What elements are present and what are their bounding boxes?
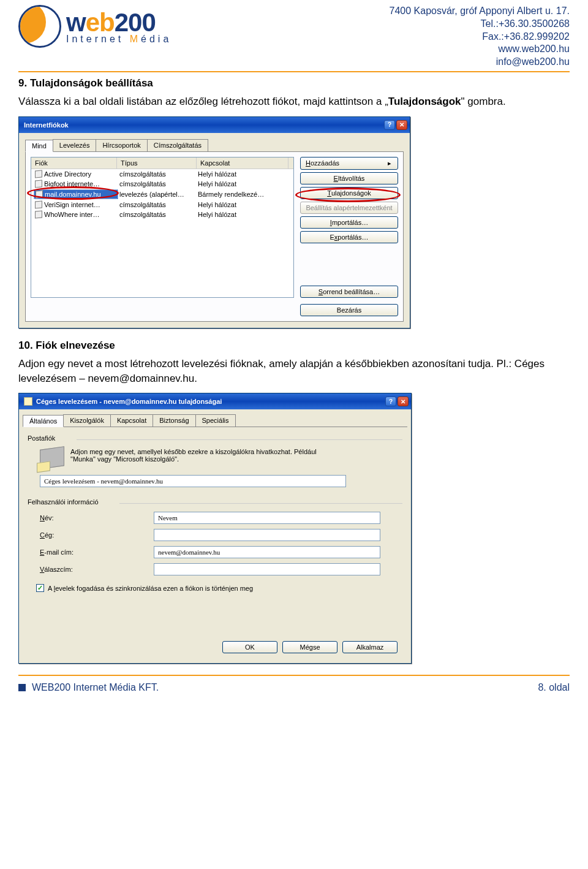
- apply-button[interactable]: Alkalmaz: [342, 641, 398, 653]
- ok-button[interactable]: OK: [222, 641, 277, 653]
- checkbox-icon[interactable]: ✓: [36, 584, 44, 592]
- default-button: Beállítás alapértelmezettként: [300, 202, 398, 214]
- export-button[interactable]: Exportálás…: [300, 231, 398, 243]
- list-row[interactable]: VeriSign internet… címszolgáltatás Helyi…: [31, 200, 293, 210]
- set-order-button[interactable]: Sorrend beállítása…: [300, 286, 398, 298]
- help-button[interactable]: ?: [385, 397, 396, 406]
- name-input[interactable]: [154, 512, 380, 524]
- col-account[interactable]: Fiók: [31, 157, 117, 169]
- dialog2-titlebar[interactable]: Céges levelezésem - nevem@domainnev.hu t…: [19, 393, 411, 409]
- directory-icon: [35, 170, 42, 178]
- cancel-button[interactable]: Mégse: [282, 641, 337, 653]
- page-header: web200 Internet Média 7400 Kaposvár, gró…: [0, 0, 588, 71]
- properties-button[interactable]: Tulajdonságok: [300, 187, 398, 199]
- reply-input[interactable]: [154, 563, 380, 575]
- tab-mail[interactable]: Levelezés: [53, 139, 97, 151]
- add-button[interactable]: Hozzáadás▸: [300, 157, 398, 170]
- dialog1-title: Internetfiókok: [24, 121, 69, 129]
- label-reply: Válaszcím:: [40, 566, 150, 573]
- row3-c1: VeriSign internet…: [44, 201, 100, 208]
- dialog-internet-accounts: Internetfiókok ? ✕ Mind Levelezés Hírcso…: [18, 116, 410, 328]
- tab-directory[interactable]: Címszolgáltatás: [147, 139, 208, 151]
- label-name: Név:: [40, 514, 150, 522]
- dialog2-title: Céges levelezésem - nevem@domainnev.hu t…: [36, 398, 222, 405]
- mailbox-hint: Adjon meg egy nevet, amellyel később eze…: [70, 448, 328, 463]
- logo-block: web200 Internet Média: [18, 5, 172, 48]
- tab-connection[interactable]: Kapcsolat: [110, 414, 153, 427]
- section9-text-pre: Válassza ki a bal oldali listában az elő…: [18, 96, 388, 107]
- row4-c2: címszolgáltatás: [118, 210, 197, 219]
- col-type[interactable]: Típus: [117, 157, 197, 169]
- section10-heading: 10. Fiók elnevezése: [18, 340, 570, 352]
- contact-email: info@web200.hu: [390, 56, 570, 69]
- row1-c3: Helyi hálózat: [197, 180, 291, 188]
- help-button[interactable]: ?: [384, 120, 395, 130]
- footer-page-number: 8. oldal: [538, 682, 570, 693]
- dialog-account-properties: Céges levelezésem - nevem@domainnev.hu t…: [18, 393, 412, 664]
- tab-security[interactable]: Biztonság: [153, 414, 195, 427]
- row2-c1: mail.domainnev.hu: [45, 191, 101, 198]
- receive-sync-checkbox-row[interactable]: ✓ A levelek fogadása és szinkronizálása …: [36, 584, 402, 592]
- footer-company: WEB200 Internet Média KFT.: [32, 682, 159, 693]
- list-row[interactable]: WhoWhere inter… címszolgáltatás Helyi há…: [31, 210, 293, 219]
- mail-account-icon: [24, 397, 32, 406]
- section10-text: Adjon egy nevet a most létrehozott level…: [18, 357, 570, 386]
- checkbox-label: A levelek fogadása és szinkronizálása ez…: [48, 585, 253, 592]
- group-mailbox: Postafiók: [28, 435, 402, 442]
- remove-button[interactable]: Eltávolítás: [300, 172, 398, 184]
- footer-bullet-icon: [18, 684, 26, 691]
- row2-c3: Bármely rendelkezé…: [197, 190, 291, 199]
- group-userinfo-label: Felhasználói információ: [28, 498, 99, 506]
- list-row-selected[interactable]: mail.domainnev.hu levelezés (alapértel… …: [31, 189, 293, 200]
- envelope-icon: [40, 447, 64, 470]
- tab-all[interactable]: Mind: [25, 140, 53, 152]
- page-footer: WEB200 Internet Média KFT. 8. oldal: [18, 675, 570, 705]
- directory-icon: [35, 180, 42, 188]
- accounts-list[interactable]: Fiók Típus Kapcsolat Active Directory cí…: [31, 157, 294, 298]
- contact-info: 7400 Kaposvár, gróf Apponyi Albert u. 17…: [390, 5, 570, 69]
- directory-icon: [35, 200, 42, 208]
- arrow-right-icon: ▸: [388, 159, 391, 167]
- contact-fax: Fax.:+36.82.999202: [390, 31, 570, 44]
- dialog1-titlebar[interactable]: Internetfiókok ? ✕: [19, 117, 410, 133]
- row1-c2: címszolgáltatás: [118, 180, 197, 188]
- account-name-input[interactable]: [40, 475, 346, 487]
- dialog2-tabs: Általános Kiszolgálók Kapcsolat Biztonsá…: [23, 414, 407, 427]
- import-button[interactable]: Importálás…: [300, 216, 398, 229]
- logo-subtitle: Internet Média: [66, 34, 172, 45]
- row0-c1: Active Directory: [44, 170, 91, 178]
- email-input[interactable]: [154, 546, 380, 558]
- section9-text-post: " gombra.: [461, 96, 506, 107]
- list-row[interactable]: Bigfoot internete… címszolgáltatás Helyi…: [31, 179, 293, 189]
- close-dialog-button[interactable]: Bezárás: [300, 304, 398, 316]
- group-userinfo: Felhasználói információ: [28, 498, 402, 506]
- label-company: Cég:: [40, 531, 150, 539]
- row4-c1: WhoWhere inter…: [44, 211, 99, 218]
- row2-c2: levelezés (alapértel…: [118, 190, 197, 199]
- row3-c3: Helyi hálózat: [197, 200, 291, 209]
- directory-icon: [35, 210, 42, 218]
- company-input[interactable]: [154, 529, 380, 541]
- close-button[interactable]: ✕: [398, 397, 409, 406]
- dialog1-tabs: Mind Levelezés Hírcsoportok Címszolgálta…: [25, 139, 404, 152]
- tab-general[interactable]: Általános: [23, 415, 64, 427]
- row0-c2: címszolgáltatás: [118, 170, 197, 178]
- section9-text: Válassza ki a bal oldali listában az elő…: [18, 94, 570, 109]
- close-button[interactable]: ✕: [396, 120, 407, 130]
- row1-c1: Bigfoot internete…: [44, 180, 100, 188]
- row3-c2: címszolgáltatás: [118, 200, 197, 209]
- row4-c3: Helyi hálózat: [197, 210, 291, 219]
- contact-tel: Tel.:+36.30.3500268: [390, 18, 570, 31]
- contact-address: 7400 Kaposvár, gróf Apponyi Albert u. 17…: [390, 5, 570, 18]
- header-rule: [18, 71, 570, 72]
- tab-servers[interactable]: Kiszolgálók: [63, 414, 111, 427]
- col-connection[interactable]: Kapcsolat: [197, 157, 288, 169]
- label-email: E-mail cím:: [40, 548, 150, 556]
- tab-news[interactable]: Hírcsoportok: [96, 139, 147, 151]
- logo-text: web200: [66, 8, 172, 37]
- mail-icon: [36, 190, 43, 198]
- section9-heading: 9. Tulajdonságok beállítása: [18, 77, 570, 89]
- tab-advanced[interactable]: Speciális: [195, 414, 236, 427]
- section9-text-bold: Tulajdonságok: [388, 96, 461, 107]
- list-row[interactable]: Active Directory címszolgáltatás Helyi h…: [31, 169, 293, 179]
